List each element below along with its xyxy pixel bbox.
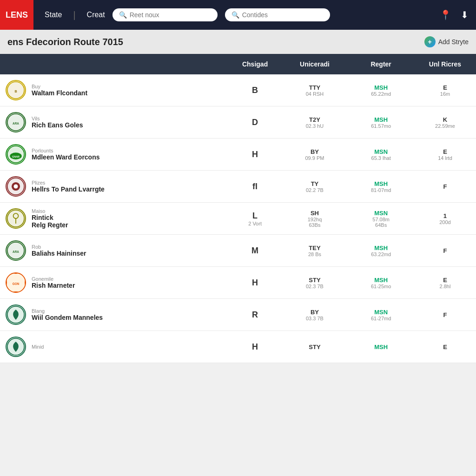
team-logo-1: ARA (6, 112, 26, 132)
team-logo-7 (6, 304, 26, 325)
nav-creat[interactable]: Creat (87, 11, 105, 19)
chsigad-cell-8: H (229, 331, 282, 363)
logo: LENS (0, 0, 33, 30)
unricres-cell-2: E14 lrtd (414, 139, 476, 171)
chsigad-cell-4: L2 Vort (229, 203, 282, 235)
table-row[interactable]: MaisoRintick Relg RegterL2 VortSH192hq63… (0, 203, 476, 235)
chsigad-cell-7: R (229, 299, 282, 331)
team-cell-4: MaisoRintick Relg Regter (0, 203, 229, 235)
main-table-container: Chsigad Uniceradi Regter Unl Ricres BBuy… (0, 54, 476, 363)
download-icon[interactable]: ⬇ (461, 9, 469, 20)
chsigad-cell-0: B (229, 74, 282, 106)
team-name-0: Waltam Flcondant (32, 89, 87, 97)
team-logo-2: GNAR (6, 144, 26, 165)
svg-text:ARA: ARA (13, 250, 19, 253)
uniceradi-cell-3: TY02.2 7B (282, 171, 348, 203)
header-icons: 📍 ⬇ (440, 9, 469, 20)
search-icon-1: 🔍 (119, 11, 127, 19)
team-name-5: Baliahs Haininser (32, 250, 86, 257)
team-cell-2: GNARPorlountsMdleen Ward Eorcons (0, 139, 229, 171)
regter-cell-0: MSH65.22md (348, 74, 414, 106)
unricres-cell-4: 1200d (414, 203, 476, 235)
chsigad-cell-2: H (229, 139, 282, 171)
table-row[interactable]: MinidHSTYMSHE (0, 331, 476, 363)
team-category-1: Vils (32, 116, 83, 121)
regter-cell-2: MSN65.3 lhat (348, 139, 414, 171)
search-input-2[interactable] (242, 11, 324, 19)
team-category-8: Minid (32, 344, 44, 350)
chsigad-cell-3: fl (229, 171, 282, 203)
team-category-6: Gonemile (32, 276, 75, 282)
team-logo-0: B (6, 80, 26, 100)
table-row[interactable]: BlangWiil Gondem MannelesRBY03.3 7BMSN61… (0, 299, 476, 331)
team-name-1: Rich Eans Goles (32, 121, 83, 129)
page-title: ens Fdecorion Route 7015 (7, 37, 123, 47)
uniceradi-cell-2: BY09.9 PM (282, 139, 348, 171)
regter-cell-3: MSH81-07md (348, 171, 414, 203)
team-name-7: Wiil Gondem Manneles (32, 314, 103, 321)
unricres-cell-8: E (414, 331, 476, 363)
table-row[interactable]: GONGonemileRish MarneterHSTY02.3 7BMSH61… (0, 267, 476, 299)
subheader: ens Fdecorion Route 7015 + Add Stryte (0, 30, 476, 54)
location-icon[interactable]: 📍 (440, 9, 451, 20)
unricres-cell-0: E16m (414, 74, 476, 106)
team-category-5: Rob (32, 244, 86, 250)
uniceradi-cell-6: STY02.3 7B (282, 267, 348, 299)
regter-cell-6: MSH61-25mo (348, 267, 414, 299)
uniceradi-cell-5: TEY28 Bs (282, 235, 348, 267)
team-logo-5: ARA (6, 240, 26, 261)
uniceradi-cell-4: SH192hq63Bs (282, 203, 348, 235)
team-logo-6: GON (6, 272, 26, 293)
regter-cell-4: MSN57.08m64Bs (348, 203, 414, 235)
team-cell-3: PlizesHellrs To Pand Lvarrgte (0, 171, 229, 203)
team-category-2: Porlounts (32, 148, 100, 153)
table-row[interactable]: GNARPorlountsMdleen Ward EorconsHBY09.9 … (0, 139, 476, 171)
unricres-cell-5: F (414, 235, 476, 267)
search-box-2[interactable]: 🔍 (225, 8, 330, 21)
uniceradi-cell-7: BY03.3 7B (282, 299, 348, 331)
main-table: Chsigad Uniceradi Regter Unl Ricres BBuy… (0, 54, 476, 363)
regter-cell-5: MSH63.22md (348, 235, 414, 267)
team-category-0: Buy (32, 84, 87, 89)
table-row[interactable]: ARARobBaliahs HaininserMTEY28 BsMSH63.22… (0, 235, 476, 267)
uniceradi-cell-8: STY (282, 331, 348, 363)
nav-state[interactable]: State (45, 11, 62, 19)
svg-point-9 (13, 184, 18, 188)
chsigad-cell-5: M (229, 235, 282, 267)
uniceradi-cell-1: T2Y02.3 hU (282, 106, 348, 139)
search-icon-2: 🔍 (231, 11, 239, 19)
table-row[interactable]: ARAVilsRich Eans GolesDT2Y02.3 hUMSH61.5… (0, 106, 476, 139)
add-button[interactable]: + Add Stryte (424, 36, 469, 47)
team-name-2: Mdleen Ward Eorcons (32, 153, 100, 161)
unricres-cell-1: K22.59me (414, 106, 476, 139)
table-row[interactable]: PlizesHellrs To Pand LvarrgteflTY02.2 7B… (0, 171, 476, 203)
team-name-4: Rintick Relg Regter (32, 214, 68, 229)
col-header-regter: Regter (348, 54, 414, 74)
svg-text:GON: GON (13, 282, 20, 285)
team-logo-3 (6, 176, 26, 197)
unricres-cell-7: F (414, 299, 476, 331)
regter-cell-7: MSN61-27md (348, 299, 414, 331)
svg-text:GNAR: GNAR (12, 155, 20, 158)
header: LENS State | Creat 🔍 🔍 📍 ⬇ (0, 0, 476, 30)
team-category-3: Plizes (32, 180, 105, 185)
team-name-3: Hellrs To Pand Lvarrgte (32, 185, 105, 193)
add-icon: + (424, 36, 436, 47)
col-header-unricres: Unl Ricres (414, 54, 476, 74)
team-logo-4 (6, 208, 26, 229)
chsigad-cell-6: H (229, 267, 282, 299)
uniceradi-cell-0: TTY04 RSH (282, 74, 348, 106)
team-logo-8 (6, 337, 26, 357)
team-name-6: Rish Marneter (32, 282, 75, 289)
team-cell-1: ARAVilsRich Eans Goles (0, 106, 229, 139)
search-input-1[interactable] (130, 11, 211, 19)
add-button-label: Add Stryte (438, 38, 469, 46)
search-box-1[interactable]: 🔍 (112, 8, 218, 21)
table-row[interactable]: BBuyWaltam FlcondantBTTY04 RSHMSH65.22md… (0, 74, 476, 106)
unricres-cell-3: F (414, 171, 476, 203)
unricres-cell-6: E2.8hl (414, 267, 476, 299)
team-cell-5: ARARobBaliahs Haininser (0, 235, 229, 267)
regter-cell-1: MSH61.57mo (348, 106, 414, 139)
team-cell-8: Minid (0, 331, 229, 363)
col-header-chsigad: Chsigad (229, 54, 282, 74)
